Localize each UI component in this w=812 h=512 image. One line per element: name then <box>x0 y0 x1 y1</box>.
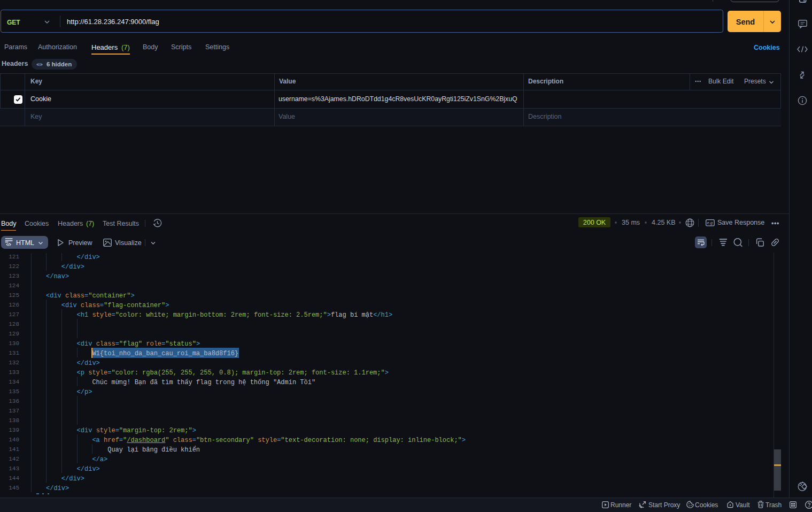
svg-text:e.g: e.g <box>707 220 713 225</box>
